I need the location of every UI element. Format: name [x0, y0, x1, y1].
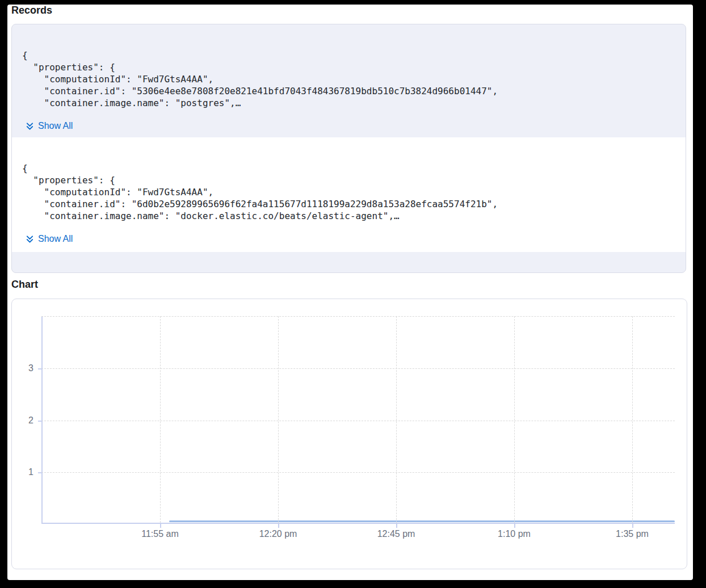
double-chevron-down-icon	[26, 122, 34, 131]
records-panel: { "properties": { "computationId": "Fwd7…	[11, 24, 686, 273]
y-axis-tick	[38, 472, 42, 473]
chart-plot-area[interactable]: 12311:55 am12:20 pm12:45 pm1:10 pm1:35 p…	[12, 299, 687, 569]
record-item: { "properties": { "computationId": "Fwd7…	[12, 24, 686, 137]
gridline-horizontal	[41, 368, 675, 369]
x-axis-tick-label: 12:45 pm	[362, 529, 430, 539]
chart-section-title: Chart	[11, 279, 38, 291]
x-axis-tick	[396, 523, 397, 528]
show-all-button[interactable]: Show All	[26, 120, 73, 132]
records-section-title: Records	[11, 5, 52, 16]
double-chevron-down-icon	[26, 235, 34, 243]
y-axis-tick	[38, 421, 42, 422]
show-all-button[interactable]: Show All	[26, 233, 73, 245]
gridline-horizontal	[41, 421, 675, 421]
y-axis-tick-label: 3	[12, 364, 33, 373]
record-json-code: { "properties": { "computationId": "Fwd7…	[22, 162, 498, 222]
screenshot-root: { "records_section": { "title": "Records…	[0, 0, 706, 588]
gridline-horizontal	[41, 316, 675, 317]
gridline-vertical	[514, 316, 515, 523]
chart-panel: 12311:55 am12:20 pm12:45 pm1:10 pm1:35 p…	[11, 299, 687, 569]
gridline-vertical	[278, 316, 279, 523]
gridline-vertical	[632, 316, 633, 523]
y-axis-tick-label: 2	[12, 416, 33, 425]
chart-data-line	[169, 520, 675, 522]
show-all-label: Show All	[38, 121, 73, 131]
gridline-vertical	[160, 316, 161, 523]
page: Records { "properties": { "computationId…	[7, 5, 693, 580]
x-axis-tick-label: 1:10 pm	[480, 529, 548, 539]
record-item: { "properties": { "computationId": "Fwd7…	[12, 137, 686, 252]
x-axis-tick	[632, 523, 633, 528]
gridline-horizontal	[41, 472, 675, 473]
y-axis-line	[41, 316, 43, 523]
x-axis-tick-label: 1:35 pm	[598, 529, 666, 539]
show-all-label: Show All	[38, 234, 73, 244]
y-axis-tick	[38, 368, 42, 369]
x-axis-line	[41, 523, 675, 524]
record-json-code: { "properties": { "computationId": "Fwd7…	[22, 49, 498, 109]
x-axis-tick-label: 12:20 pm	[244, 529, 312, 539]
y-axis-tick-label: 1	[12, 468, 33, 477]
x-axis-tick-label: 11:55 am	[126, 529, 194, 539]
x-axis-tick	[160, 523, 161, 528]
x-axis-tick	[514, 523, 515, 528]
gridline-vertical	[396, 316, 397, 523]
x-axis-tick	[278, 523, 279, 528]
